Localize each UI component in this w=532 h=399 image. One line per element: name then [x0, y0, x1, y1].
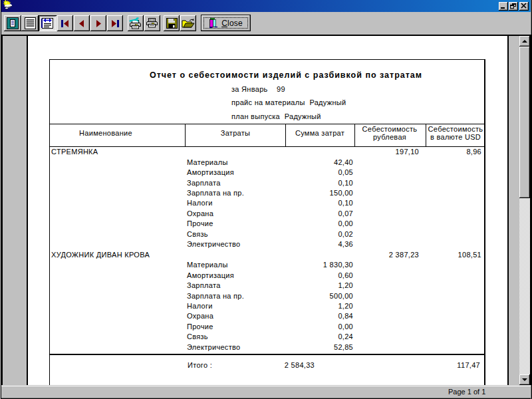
- col-header-text: Себестоимость: [428, 125, 483, 133]
- load-report-button[interactable]: [180, 15, 196, 31]
- col-header-sum: Сумма затрат: [295, 130, 344, 138]
- cost-item-label: Зарплата: [187, 281, 221, 291]
- cost-item-label: Амортизация: [187, 168, 234, 178]
- scroll-down-button[interactable]: [519, 374, 530, 385]
- cost-item-value: 0,60: [338, 271, 353, 281]
- prev-page-icon: [79, 20, 84, 27]
- cost-item-label: Материалы: [187, 158, 228, 168]
- report-subtitle-plan: план выпуска Радужный: [231, 112, 321, 121]
- product-row: СТРЕМЯНКА197,108,96: [28, 147, 507, 157]
- scrollbar-thumb[interactable]: [519, 47, 530, 198]
- cost-item-value: 0,05: [338, 168, 353, 178]
- col-divider-2: [285, 124, 286, 146]
- cost-item-row: Связь0,24: [28, 332, 507, 342]
- first-page-icon: [61, 20, 69, 27]
- cost-item-label: Зарплата: [187, 178, 221, 188]
- product-cost-usd: 8,96: [466, 147, 481, 157]
- cost-item-value: 0,07: [338, 209, 353, 219]
- col-divider-3: [354, 124, 355, 146]
- product-name: СТРЕМЯНКА: [51, 147, 98, 157]
- cost-item-row: Амортизация0,05: [28, 168, 507, 178]
- preview-area: Отчет о себестоимости изделий с разбивко…: [1, 35, 531, 385]
- print-icon: [146, 17, 159, 29]
- cost-item-label: Зарплата на пр.: [187, 291, 244, 301]
- close-icon: [521, 3, 527, 9]
- totals-row: Итого : 2 584,33 117,47: [28, 360, 507, 370]
- totals-usd-value: 117,47: [457, 360, 480, 370]
- restore-button[interactable]: [509, 2, 518, 11]
- save-report-button[interactable]: [164, 15, 180, 31]
- frame-top-line: [49, 59, 485, 60]
- print-setup-button[interactable]: [128, 15, 144, 31]
- statusbar: Page 1 of 1: [1, 385, 531, 398]
- prev-page-button[interactable]: [74, 15, 90, 31]
- cost-item-value: 0,00: [338, 322, 353, 332]
- close-window-button[interactable]: [519, 2, 529, 11]
- product-row: ХУДОЖНИК ДИВАН КРОВА2 387,23108,51: [28, 250, 507, 260]
- totals-label: Итого :: [188, 360, 212, 370]
- cost-item-value: 0,84: [338, 311, 353, 321]
- report-content: Отчет о себестоимости изделий с разбивко…: [28, 36, 507, 385]
- cost-item-label: Электричество: [187, 239, 240, 249]
- cost-item-row: Амортизация0,60: [28, 271, 507, 281]
- zoom-100-button[interactable]: [21, 15, 39, 31]
- cost-item-label: Охрана: [187, 209, 213, 219]
- close-button-label: Close: [221, 19, 243, 28]
- report-page: Отчет о себестоимости изделий с разбивко…: [27, 36, 509, 385]
- col-header-name: Наименование: [79, 130, 132, 138]
- scroll-down-icon: [522, 378, 527, 381]
- cost-item-label: Охрана: [187, 311, 213, 321]
- cost-item-row: Зарплата0,10: [28, 178, 507, 188]
- last-page-button[interactable]: [107, 15, 123, 31]
- print-preview-window: Close Отчет о себестоимости изделий с ра…: [0, 0, 532, 399]
- vertical-scrollbar[interactable]: [519, 36, 530, 385]
- cost-item-row: Зарплата на пр.500,00: [28, 291, 507, 301]
- cost-item-value: 0,00: [338, 219, 353, 229]
- titlebar-gradient: [1, 0, 531, 12]
- last-page-icon: [111, 20, 119, 27]
- app-sun-icon[interactable]: [3, 0, 13, 10]
- minimize-button[interactable]: [499, 2, 508, 11]
- detail-bottom-line: [49, 354, 485, 355]
- col-header-expenses: Затраты: [221, 130, 251, 138]
- report-subtitle-period: за Январь 99: [231, 85, 285, 94]
- first-page-button[interactable]: [57, 15, 73, 31]
- cost-item-label: Прочие: [187, 219, 213, 229]
- close-preview-button[interactable]: Close: [201, 15, 251, 31]
- next-page-button[interactable]: [90, 15, 106, 31]
- titlebar[interactable]: [1, 0, 531, 12]
- cost-item-row: Налоги0,10: [28, 198, 507, 208]
- window-controls: [499, 2, 529, 11]
- product-name: ХУДОЖНИК ДИВАН КРОВА: [51, 250, 150, 260]
- col-header-cost-usd: Себестоимостьв валюте USD: [428, 126, 483, 141]
- cost-item-label: Налоги: [187, 301, 213, 311]
- cost-item-row: Зарплата на пр.150,00: [28, 188, 507, 198]
- cost-item-label: Связь: [187, 229, 208, 239]
- zoom-page-width-button[interactable]: [39, 15, 57, 31]
- scroll-up-button[interactable]: [519, 36, 530, 47]
- page-status-text: Page 1 of 1: [448, 388, 485, 396]
- next-page-icon: [96, 20, 101, 27]
- print-setup-icon: [129, 17, 142, 29]
- cost-item-value: 1,20: [338, 281, 353, 291]
- product-cost-rub: 2 387,23: [389, 250, 419, 260]
- cost-item-value: 150,00: [330, 188, 353, 198]
- toolbar: Close: [1, 12, 531, 35]
- zoom-fit-button[interactable]: [4, 15, 21, 31]
- cost-item-label: Материалы: [187, 260, 228, 270]
- cost-item-label: Связь: [187, 332, 208, 342]
- col-divider-4: [426, 124, 426, 146]
- zoom-fit-icon: [7, 17, 19, 29]
- cost-item-row: Материалы42,40: [28, 158, 507, 168]
- cost-item-row: Связь0,02: [28, 229, 507, 239]
- col-header-text: Затраты: [221, 129, 251, 137]
- cost-item-row: Электричество52,85: [28, 342, 507, 352]
- report-subtitle-price: прайс на материалы Радужный: [231, 98, 346, 107]
- col-header-text: Сумма затрат: [295, 129, 344, 137]
- cost-item-value: 500,00: [330, 291, 353, 301]
- cost-item-label: Налоги: [187, 198, 213, 208]
- restore-icon-front: [510, 5, 514, 9]
- cost-item-row: Охрана0,07: [28, 209, 507, 219]
- print-button[interactable]: [144, 15, 160, 31]
- product-cost-usd: 108,51: [458, 250, 481, 260]
